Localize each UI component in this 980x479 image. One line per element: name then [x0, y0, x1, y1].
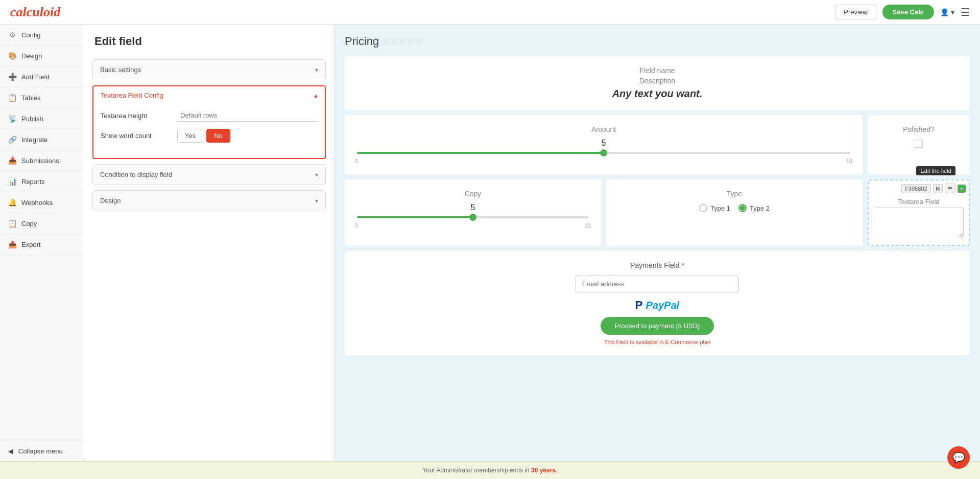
pricing-stars: ☆ ☆ ☆ ☆ ☆ [383, 37, 422, 45]
bottom-text: Your Administrator membership ends in [423, 467, 530, 474]
field-name-label: Field name [355, 66, 960, 75]
submissions-icon: 📥 [8, 156, 16, 165]
sidebar-label-reports: Reports [21, 178, 45, 186]
sidebar-item-webhooks[interactable]: 🔔 Webhooks [0, 192, 84, 213]
sidebar-bottom: ◀ Collapse menu [0, 441, 84, 461]
polished-card: Polished? [868, 115, 970, 174]
main-menu-icon[interactable]: ☰ [961, 6, 970, 18]
type1-option[interactable]: Type 1 [699, 204, 730, 212]
edit-panel-header: Edit field [84, 25, 334, 59]
type2-radio[interactable] [738, 204, 747, 212]
amount-label: Amount [355, 125, 852, 133]
field-name-card: Field name Description Any text you want… [345, 56, 970, 110]
collapse-menu-button[interactable]: ◀ Collapse menu [0, 441, 84, 461]
chat-bubble[interactable]: 💬 [947, 446, 970, 469]
copy-thumb[interactable] [469, 214, 476, 221]
config-icon: ⚙ [8, 31, 16, 39]
textarea-config-section: Textarea Field Config ▴ Textarea Height … [92, 85, 326, 159]
textarea-height-label: Textarea Height [101, 112, 177, 120]
sidebar-item-integrate[interactable]: 🔗 Integrate [0, 129, 84, 150]
email-input[interactable] [576, 276, 739, 292]
basic-settings-section: Basic settings ▾ [92, 59, 326, 80]
field-id-tag: F398802 [901, 184, 930, 193]
design-header[interactable]: Design ▾ [93, 191, 325, 211]
user-icon: 👤 [940, 8, 949, 16]
edit-panel: Edit field Basic settings ▾ Textarea Fie… [84, 25, 334, 461]
textarea-config-body: Textarea Height Show word count Yes No [93, 104, 325, 158]
publish-icon: 📡 [8, 115, 16, 123]
textarea-actions: F398802 ⎘ ✏ + [901, 184, 966, 193]
sidebar-item-config[interactable]: ⚙ Config [0, 25, 84, 45]
type-options: Type 1 Type 2 [616, 204, 852, 212]
sidebar: ⚙ Config 🎨 Design ➕ Add Field 📋 Tables 📡… [0, 25, 84, 461]
textarea-height-input-wrap [177, 109, 318, 122]
sidebar-label-integrate: Integrate [21, 136, 47, 144]
polished-checkbox[interactable] [915, 140, 923, 148]
amount-slider[interactable] [355, 152, 852, 154]
textarea-height-row: Textarea Height [101, 109, 318, 122]
user-chevron: ▾ [951, 8, 954, 16]
star-1: ☆ [383, 37, 390, 45]
condition-header[interactable]: Condition to display field ▾ [93, 165, 325, 185]
tables-icon: 📋 [8, 94, 16, 102]
logo: calculoid [10, 5, 60, 20]
sidebar-item-publish[interactable]: 📡 Publish [0, 108, 84, 129]
preview-button[interactable]: Preview [835, 5, 876, 19]
edit-panel-title: Edit field [94, 35, 324, 48]
reports-icon: 📊 [8, 177, 16, 186]
edit-field-button[interactable]: ✏ [945, 184, 955, 193]
copy-track [357, 216, 589, 218]
condition-chevron: ▾ [315, 171, 318, 178]
no-toggle-button[interactable]: No [206, 129, 230, 143]
preview-area: Pricing ☆ ☆ ☆ ☆ ☆ Field name Description… [334, 25, 980, 461]
pricing-header: Pricing ☆ ☆ ☆ ☆ ☆ [345, 35, 970, 48]
type2-option[interactable]: Type 2 [738, 204, 770, 212]
sidebar-item-submissions[interactable]: 📥 Submissions [0, 150, 84, 171]
sidebar-item-reports[interactable]: 📊 Reports [0, 171, 84, 192]
sidebar-item-export[interactable]: 📤 Export [0, 234, 84, 255]
copy-field-button[interactable]: ⎘ [933, 184, 943, 193]
sidebar-label-export: Export [21, 241, 41, 248]
star-5: ☆ [416, 37, 422, 45]
copy-fill [357, 216, 473, 218]
sidebar-label-add-field: Add Field [21, 73, 50, 81]
type1-radio[interactable] [699, 204, 707, 212]
textarea-field-input[interactable] [874, 208, 964, 238]
save-button[interactable]: Save Calc [882, 5, 934, 19]
textarea-field-label: Textarea Field [874, 198, 964, 206]
integrate-icon: 🔗 [8, 135, 16, 144]
copy-label: Copy [355, 190, 591, 198]
type2-label: Type 2 [750, 204, 770, 212]
add-field-button[interactable]: + [958, 185, 966, 193]
basic-settings-chevron: ▾ [315, 66, 318, 74]
yes-toggle-button[interactable]: Yes [177, 129, 203, 143]
user-menu[interactable]: 👤 ▾ [940, 8, 954, 16]
pricing-title: Pricing [345, 35, 379, 48]
webhooks-icon: 🔔 [8, 198, 16, 207]
bottom-highlight: 30 years. [531, 467, 557, 474]
any-text-value: Any text you want. [355, 88, 960, 100]
amount-polished-row: Amount 5 0 10 Polished? [345, 115, 970, 174]
copy-value: 5 [355, 203, 591, 212]
copy-slider[interactable] [355, 216, 591, 218]
proceed-button[interactable]: Proceed to payment (5 USD) [601, 317, 714, 335]
textarea-height-input[interactable] [177, 109, 318, 122]
sidebar-item-add-field[interactable]: ➕ Add Field [0, 66, 84, 87]
basic-settings-header[interactable]: Basic settings ▾ [93, 60, 325, 80]
amount-card: Amount 5 0 10 [345, 115, 863, 174]
design-icon: 🎨 [8, 52, 16, 60]
header: calculoid Preview Save Calc 👤 ▾ ☰ [0, 0, 980, 25]
add-field-icon: ➕ [8, 73, 16, 81]
condition-section: Condition to display field ▾ [92, 164, 326, 185]
star-2: ☆ [391, 37, 398, 45]
amount-thumb[interactable] [600, 149, 607, 156]
sidebar-item-copy[interactable]: 📋 Copy [0, 213, 84, 234]
preview-grid: Field name Description Any text you want… [345, 56, 970, 355]
textarea-config-label: Textarea Field Config [101, 92, 163, 99]
sidebar-item-tables[interactable]: 📋 Tables [0, 87, 84, 108]
amount-track [357, 152, 850, 154]
amount-labels: 0 10 [355, 158, 852, 164]
sidebar-item-design[interactable]: 🎨 Design [0, 45, 84, 66]
design-section: Design ▾ [92, 190, 326, 211]
textarea-config-header[interactable]: Textarea Field Config ▴ [93, 86, 325, 104]
